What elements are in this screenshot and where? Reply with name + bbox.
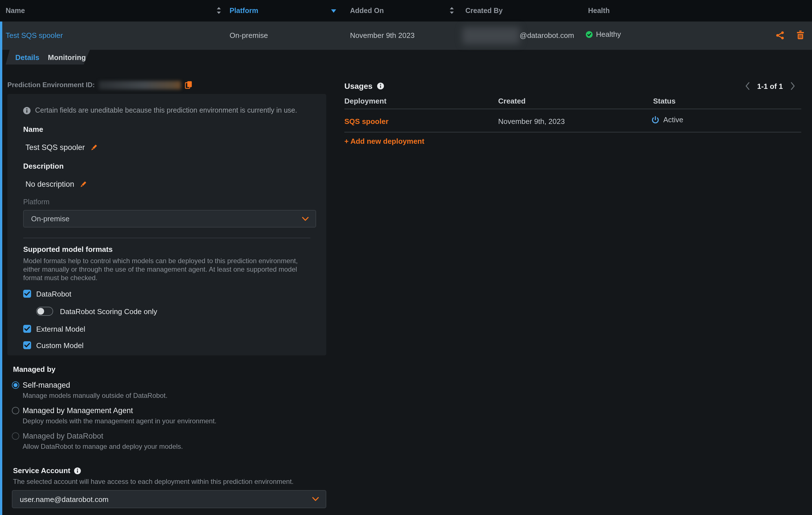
page-count: 1-1 of 1: [757, 82, 783, 90]
name-value-row: Test SQS spooler: [25, 143, 311, 152]
tab-details[interactable]: Details: [15, 53, 39, 61]
edit-pencil-icon[interactable]: [90, 143, 98, 152]
service-account-select[interactable]: user.name@datarobot.com: [12, 490, 326, 508]
info-icon[interactable]: [23, 107, 31, 114]
environment-id-redacted: [99, 81, 181, 89]
radio-label[interactable]: Managed by Management Agent: [23, 406, 133, 414]
share-icon[interactable]: [776, 31, 784, 39]
environment-platform: On-premise: [230, 31, 268, 39]
created-by-domain: @datarobot.com: [520, 31, 574, 39]
managed-by-title: Managed by: [13, 365, 216, 374]
service-account-help: The selected account will have access to…: [13, 478, 326, 485]
checkbox-row-custom-model[interactable]: Custom Model: [23, 341, 311, 349]
description-value: No description: [25, 180, 75, 188]
created-by-redacted: [463, 27, 520, 44]
radio-label[interactable]: Self-managed: [23, 381, 70, 389]
radio-management-agent[interactable]: Managed by Management Agent: [12, 406, 216, 414]
selected-row-accent-bar: [0, 22, 2, 515]
checkbox-checked-icon[interactable]: [23, 325, 31, 333]
column-header-created-by: Created By: [465, 7, 503, 15]
add-new-deployment-link[interactable]: + Add new deployment: [344, 137, 424, 145]
usages-column-created: Created: [498, 97, 526, 105]
usages-column-deployment: Deployment: [344, 97, 386, 105]
toggle-off-switch[interactable]: [36, 307, 53, 316]
details-card: Certain fields are uneditable because th…: [7, 94, 326, 355]
service-account-title-row: Service Account: [13, 466, 326, 475]
usages-header: Usages: [344, 81, 384, 90]
checkbox-label[interactable]: DataRobot: [36, 290, 71, 298]
uneditable-notice: Certain fields are uneditable because th…: [23, 106, 311, 115]
environment-name-link[interactable]: Test SQS spooler: [6, 31, 63, 39]
description-label: Description: [23, 162, 311, 170]
checkbox-row-datarobot[interactable]: DataRobot: [23, 290, 311, 298]
radio-selected-icon[interactable]: [12, 381, 19, 388]
info-icon[interactable]: [377, 82, 384, 89]
radio-description: Manage models manually outside of DataRo…: [23, 391, 216, 399]
power-status-icon: [651, 116, 659, 124]
divider: [344, 132, 801, 132]
chevron-down-icon: [312, 497, 319, 502]
name-label: Name: [23, 125, 311, 134]
radio-description: Allow DataRobot to manage and deploy you…: [23, 442, 216, 450]
chevron-left-icon[interactable]: [745, 82, 750, 90]
sort-icon[interactable]: [448, 7, 455, 14]
chevron-right-icon[interactable]: [790, 82, 795, 90]
checkbox-checked-icon[interactable]: [23, 290, 31, 298]
checkbox-label[interactable]: Custom Model: [36, 341, 84, 350]
environment-added-on: November 9th 2023: [350, 31, 414, 39]
info-icon[interactable]: [75, 467, 81, 474]
column-header-name[interactable]: Name: [6, 7, 25, 15]
column-header-platform[interactable]: Platform: [230, 7, 258, 15]
radio-description: Deploy models with the management agent …: [23, 417, 216, 425]
detail-tabs: Details Monitoring: [6, 50, 90, 64]
toggle-knob: [37, 308, 44, 315]
prediction-environment-page: Name Platform Added On Created By Health…: [0, 0, 812, 515]
checkbox-checked-icon[interactable]: [23, 341, 31, 349]
service-account-title: Service Account: [13, 466, 70, 475]
usages-pagination: 1-1 of 1: [745, 81, 795, 90]
chevron-down-icon: [302, 216, 309, 221]
description-value-row: No description: [25, 180, 311, 188]
radio-label: Managed by DataRobot: [23, 432, 103, 440]
supported-formats-title: Supported model formats: [23, 245, 311, 253]
trash-icon[interactable]: [797, 31, 804, 39]
scoring-code-toggle-row: DataRobot Scoring Code only: [36, 307, 311, 316]
environment-id-row: Prediction Environment ID:: [7, 80, 192, 89]
health-badge: Healthy: [586, 30, 621, 38]
health-check-icon: [586, 31, 592, 38]
deployment-status: Active: [651, 115, 684, 124]
platform-select-value: On-premise: [31, 215, 69, 223]
radio-managed-by-datarobot: Managed by DataRobot: [12, 432, 216, 440]
platform-label: Platform: [23, 198, 311, 206]
usages-column-status: Status: [653, 97, 675, 105]
deployment-link[interactable]: SQS spooler: [344, 117, 388, 126]
caret-down-icon[interactable]: [331, 9, 337, 13]
environment-id-label: Prediction Environment ID:: [7, 81, 95, 89]
column-header-added-on[interactable]: Added On: [350, 7, 384, 15]
platform-select[interactable]: On-premise: [23, 210, 316, 227]
status-label: Active: [663, 115, 684, 124]
managed-by-section: Managed by Self-managed Manage models ma…: [12, 365, 216, 450]
column-header-health: Health: [588, 7, 610, 15]
edit-pencil-icon[interactable]: [80, 180, 87, 188]
radio-dot: [13, 383, 18, 387]
service-account-section: Service Account The selected account wil…: [12, 466, 326, 508]
checkbox-row-external-model[interactable]: External Model: [23, 325, 311, 333]
environment-row[interactable]: Test SQS spooler On-premise November 9th…: [0, 22, 812, 50]
uneditable-notice-text: Certain fields are uneditable because th…: [35, 106, 297, 114]
toggle-label[interactable]: DataRobot Scoring Code only: [60, 307, 157, 316]
supported-formats-help: Model formats help to control which mode…: [23, 257, 311, 282]
checkbox-label[interactable]: External Model: [36, 325, 85, 333]
usages-title: Usages: [344, 81, 373, 90]
copy-icon[interactable]: [185, 81, 192, 89]
radio-self-managed[interactable]: Self-managed: [12, 381, 216, 389]
name-value: Test SQS spooler: [25, 143, 85, 152]
health-label: Healthy: [596, 30, 621, 38]
radio-unselected-icon[interactable]: [12, 407, 19, 414]
deployment-created: November 9th, 2023: [498, 117, 565, 126]
divider: [344, 109, 801, 109]
sort-icon[interactable]: [215, 7, 222, 14]
service-account-value: user.name@datarobot.com: [20, 495, 109, 504]
environments-table-header: Name Platform Added On Created By Health: [0, 0, 812, 22]
tab-monitoring[interactable]: Monitoring: [48, 53, 86, 61]
